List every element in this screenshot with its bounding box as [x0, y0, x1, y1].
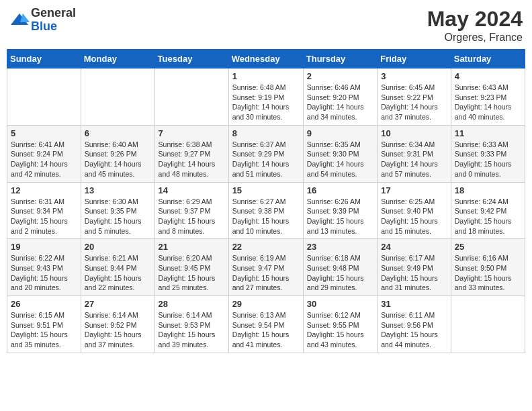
- day-info: Sunrise: 6:27 AM Sunset: 9:38 PM Dayligh…: [232, 197, 300, 236]
- day-number: 1: [232, 71, 300, 81]
- day-info: Sunrise: 6:22 AM Sunset: 9:43 PM Dayligh…: [11, 253, 77, 293]
- day-info: Sunrise: 6:16 AM Sunset: 9:50 PM Dayligh…: [455, 253, 521, 293]
- day-number: 18: [455, 185, 521, 195]
- calendar-cell: 3Sunrise: 6:45 AM Sunset: 9:22 PM Daylig…: [378, 68, 451, 126]
- calendar-cell: 24Sunrise: 6:17 AM Sunset: 9:49 PM Dayli…: [378, 239, 451, 296]
- day-info: Sunrise: 6:13 AM Sunset: 9:54 PM Dayligh…: [232, 310, 300, 350]
- day-info: Sunrise: 6:11 AM Sunset: 9:56 PM Dayligh…: [381, 310, 447, 350]
- weekday-header: Thursday: [303, 50, 377, 68]
- logo: General Blue: [9, 7, 76, 34]
- day-info: Sunrise: 6:31 AM Sunset: 9:34 PM Dayligh…: [11, 197, 77, 236]
- calendar-week-row: 5Sunrise: 6:41 AM Sunset: 9:24 PM Daylig…: [7, 125, 525, 182]
- calendar-cell: 31Sunrise: 6:11 AM Sunset: 9:56 PM Dayli…: [378, 296, 451, 353]
- calendar-cell: 4Sunrise: 6:43 AM Sunset: 9:23 PM Daylig…: [451, 68, 525, 126]
- day-number: 22: [232, 242, 300, 252]
- calendar-cell: 14Sunrise: 6:29 AM Sunset: 9:37 PM Dayli…: [154, 182, 228, 239]
- calendar-cell: 25Sunrise: 6:16 AM Sunset: 9:50 PM Dayli…: [451, 239, 525, 296]
- calendar-cell: 7Sunrise: 6:38 AM Sunset: 9:27 PM Daylig…: [154, 125, 228, 182]
- calendar-cell: 21Sunrise: 6:20 AM Sunset: 9:45 PM Dayli…: [154, 239, 228, 296]
- day-number: 16: [307, 185, 373, 195]
- calendar-cell: 30Sunrise: 6:12 AM Sunset: 9:55 PM Dayli…: [303, 296, 377, 353]
- calendar-cell: 1Sunrise: 6:48 AM Sunset: 9:19 PM Daylig…: [228, 68, 303, 126]
- day-number: 8: [232, 128, 300, 138]
- day-info: Sunrise: 6:18 AM Sunset: 9:48 PM Dayligh…: [307, 253, 373, 293]
- day-number: 4: [455, 71, 521, 81]
- day-info: Sunrise: 6:15 AM Sunset: 9:51 PM Dayligh…: [11, 310, 77, 350]
- day-number: 30: [307, 299, 373, 309]
- calendar-cell: 26Sunrise: 6:15 AM Sunset: 9:51 PM Dayli…: [7, 296, 81, 353]
- calendar-cell: 11Sunrise: 6:33 AM Sunset: 9:33 PM Dayli…: [451, 125, 525, 182]
- day-number: 29: [232, 299, 300, 309]
- day-number: 19: [11, 242, 77, 252]
- calendar-cell: 17Sunrise: 6:25 AM Sunset: 9:40 PM Dayli…: [378, 182, 451, 239]
- day-info: Sunrise: 6:35 AM Sunset: 9:30 PM Dayligh…: [307, 140, 373, 179]
- day-info: Sunrise: 6:45 AM Sunset: 9:22 PM Dayligh…: [381, 83, 447, 122]
- day-info: Sunrise: 6:43 AM Sunset: 9:23 PM Dayligh…: [455, 83, 521, 122]
- calendar-cell: 22Sunrise: 6:19 AM Sunset: 9:47 PM Dayli…: [228, 239, 303, 296]
- day-info: Sunrise: 6:40 AM Sunset: 9:26 PM Dayligh…: [85, 140, 151, 179]
- calendar-cell: 23Sunrise: 6:18 AM Sunset: 9:48 PM Dayli…: [303, 239, 377, 296]
- day-info: Sunrise: 6:46 AM Sunset: 9:20 PM Dayligh…: [307, 83, 373, 122]
- day-number: 15: [232, 185, 300, 195]
- weekday-header: Sunday: [7, 50, 81, 68]
- calendar-cell: 5Sunrise: 6:41 AM Sunset: 9:24 PM Daylig…: [7, 125, 81, 182]
- calendar-cell: 12Sunrise: 6:31 AM Sunset: 9:34 PM Dayli…: [7, 182, 81, 239]
- day-info: Sunrise: 6:38 AM Sunset: 9:27 PM Dayligh…: [159, 140, 225, 179]
- day-number: 10: [381, 128, 447, 138]
- calendar-cell: 19Sunrise: 6:22 AM Sunset: 9:43 PM Dayli…: [7, 239, 81, 296]
- calendar-cell: [81, 68, 154, 126]
- day-number: 27: [85, 299, 151, 309]
- weekday-header-row: SundayMondayTuesdayWednesdayThursdayFrid…: [7, 50, 525, 68]
- calendar-cell: 13Sunrise: 6:30 AM Sunset: 9:35 PM Dayli…: [81, 182, 154, 239]
- day-info: Sunrise: 6:21 AM Sunset: 9:44 PM Dayligh…: [85, 253, 151, 293]
- logo-general: General: [31, 7, 76, 20]
- day-number: 26: [11, 299, 77, 309]
- day-number: 24: [381, 242, 447, 252]
- day-info: Sunrise: 6:12 AM Sunset: 9:55 PM Dayligh…: [307, 310, 373, 350]
- calendar-cell: 28Sunrise: 6:14 AM Sunset: 9:53 PM Dayli…: [154, 296, 228, 353]
- day-info: Sunrise: 6:41 AM Sunset: 9:24 PM Dayligh…: [11, 140, 77, 179]
- logo-blue: Blue: [31, 20, 76, 34]
- weekday-header: Tuesday: [154, 50, 228, 68]
- calendar-cell: 15Sunrise: 6:27 AM Sunset: 9:38 PM Dayli…: [228, 182, 303, 239]
- calendar-cell: 6Sunrise: 6:40 AM Sunset: 9:26 PM Daylig…: [81, 125, 154, 182]
- calendar-week-row: 12Sunrise: 6:31 AM Sunset: 9:34 PM Dayli…: [7, 182, 525, 239]
- day-info: Sunrise: 6:25 AM Sunset: 9:40 PM Dayligh…: [381, 197, 447, 236]
- day-number: 28: [159, 299, 225, 309]
- weekday-header: Friday: [378, 50, 451, 68]
- day-info: Sunrise: 6:24 AM Sunset: 9:42 PM Dayligh…: [455, 197, 521, 236]
- calendar-cell: [7, 68, 81, 126]
- day-number: 13: [85, 185, 151, 195]
- calendar-week-row: 1Sunrise: 6:48 AM Sunset: 9:19 PM Daylig…: [7, 68, 525, 126]
- day-number: 5: [11, 128, 77, 138]
- calendar-cell: [154, 68, 228, 126]
- day-info: Sunrise: 6:33 AM Sunset: 9:33 PM Dayligh…: [455, 140, 521, 179]
- page-header: General Blue May 2024 Orgeres, France: [7, 7, 525, 44]
- day-number: 7: [159, 128, 225, 138]
- day-number: 25: [455, 242, 521, 252]
- day-number: 12: [11, 185, 77, 195]
- day-number: 14: [159, 185, 225, 195]
- calendar-cell: 10Sunrise: 6:34 AM Sunset: 9:31 PM Dayli…: [378, 125, 451, 182]
- calendar-cell: 18Sunrise: 6:24 AM Sunset: 9:42 PM Dayli…: [451, 182, 525, 239]
- month-year: May 2024: [427, 7, 523, 32]
- weekday-header: Saturday: [451, 50, 525, 68]
- day-info: Sunrise: 6:37 AM Sunset: 9:29 PM Dayligh…: [232, 140, 300, 179]
- calendar-cell: 2Sunrise: 6:46 AM Sunset: 9:20 PM Daylig…: [303, 68, 377, 126]
- logo-text: General Blue: [31, 7, 76, 34]
- weekday-header: Monday: [81, 50, 154, 68]
- logo-icon: [9, 10, 30, 30]
- day-info: Sunrise: 6:26 AM Sunset: 9:39 PM Dayligh…: [307, 197, 373, 236]
- day-info: Sunrise: 6:29 AM Sunset: 9:37 PM Dayligh…: [159, 197, 225, 236]
- day-number: 9: [307, 128, 373, 138]
- day-info: Sunrise: 6:14 AM Sunset: 9:52 PM Dayligh…: [85, 310, 151, 350]
- day-number: 31: [381, 299, 447, 309]
- calendar-cell: 20Sunrise: 6:21 AM Sunset: 9:44 PM Dayli…: [81, 239, 154, 296]
- day-info: Sunrise: 6:30 AM Sunset: 9:35 PM Dayligh…: [85, 197, 151, 236]
- day-info: Sunrise: 6:14 AM Sunset: 9:53 PM Dayligh…: [159, 310, 225, 350]
- calendar-week-row: 19Sunrise: 6:22 AM Sunset: 9:43 PM Dayli…: [7, 239, 525, 296]
- day-number: 20: [85, 242, 151, 252]
- day-info: Sunrise: 6:48 AM Sunset: 9:19 PM Dayligh…: [232, 83, 300, 122]
- day-number: 6: [85, 128, 151, 138]
- calendar-cell: 9Sunrise: 6:35 AM Sunset: 9:30 PM Daylig…: [303, 125, 377, 182]
